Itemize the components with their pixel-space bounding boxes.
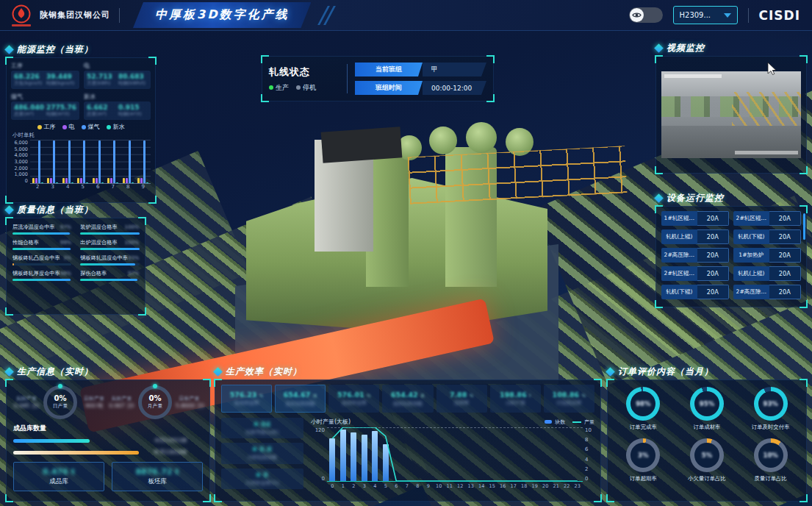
y-tick-label: 6,000 (14, 140, 28, 146)
energy-value-col: 52.713 万度(kWh) (87, 73, 116, 87)
x-tick-label: 15 (487, 483, 498, 489)
x-tick-label: 14 (476, 483, 487, 489)
legend-item: 煤气 (82, 123, 100, 131)
energy-value: 80.683 (118, 73, 148, 80)
x-tick-label: 22 (561, 483, 572, 489)
efficiency-stat-value: 654.67 块 (284, 391, 317, 399)
gauge-actual-label: 实际产量 (109, 395, 134, 402)
store-label: 板坯库 (148, 477, 167, 486)
gauge-target-label: 目标产量 (81, 395, 107, 402)
legend-label: 新水 (113, 123, 125, 131)
efficiency-stat-box: 654.67 块 当天轧制块数 (275, 385, 326, 413)
energy-legend: 工序 电 煤气 新水 (11, 123, 151, 131)
equipment-row[interactable]: 轧机(上辊) 20A (661, 229, 729, 244)
video-feed[interactable] (661, 71, 801, 158)
efficiency-stat-box: 198.86 t 小时产量 (490, 385, 541, 413)
shift-info-label: 班组时间 (355, 81, 423, 95)
order-donuts: 98% 订单完成率 95% 订单成材率 93% 订单及时交付率 3% 订单超期率… (613, 387, 801, 482)
energy-bar-group (121, 140, 136, 183)
camera-select-value: H2309... (680, 11, 718, 19)
donut-label: 订单完成率 (630, 424, 657, 431)
y-tick-label: 120 (315, 427, 325, 433)
energy-panel-title: 能源监控（当班） (17, 43, 93, 56)
quality-bar-track (80, 263, 139, 266)
legend-item: 新水 (107, 123, 125, 131)
x-tick-label: 20 (540, 483, 551, 489)
equipment-row[interactable]: 轧机(上辊) 20A (733, 266, 801, 281)
y-tick-label: 10 (585, 427, 592, 433)
equipment-row[interactable]: 2#轧区辊… 20A (661, 266, 729, 281)
legend-label: 电 (69, 123, 75, 131)
energy-bar-group (90, 140, 106, 183)
quality-metric-value: 100% (124, 240, 139, 246)
donut-ring: 95% (690, 387, 724, 421)
equipment-current-value: 20A (697, 229, 729, 244)
gauge-percent: 0% (54, 395, 67, 402)
quality-bar-track (12, 279, 71, 281)
x-tick-label: 3 (359, 483, 370, 489)
store-boxes: 0.476 t 成品库 8876.72 t 板坯库 (13, 462, 203, 491)
quality-bar-track (80, 279, 139, 281)
gauge-target-value: 900 吨 (81, 402, 107, 410)
energy-panel: 能源监控（当班） 工序 68.226 万焦(kgce/t) 39.449 吨钢(… (6, 43, 156, 203)
energy-value: 68.226 (14, 73, 44, 80)
legend-dot (82, 125, 86, 129)
energy-chart: 6,0005,0004,0003,0002,0001,0000 (11, 140, 151, 184)
quality-bar-track (80, 232, 139, 235)
energy-group-values: 486.040 总量(m³) 2775.76 吨钢(m³/t) (11, 101, 79, 120)
stock-bars: 今日12011块 昨天13018块 (13, 437, 203, 456)
company-logo (12, 4, 31, 26)
equipment-row[interactable]: 轧机(下辊) 20A (733, 229, 801, 244)
equipment-row[interactable]: 2#高压除… 20A (733, 285, 801, 299)
quality-bar-fill (80, 232, 139, 235)
x-tick-label: 13 (466, 483, 477, 489)
x-tick-label: 8 (121, 184, 136, 190)
quality-panel: 质量信息（当班） 层流冷温度命中率 97% 装炉温度合格率 100% 性能合格率… (6, 203, 145, 315)
x-tick-label: 0 (327, 483, 338, 489)
equipment-scrollbar[interactable] (803, 213, 805, 240)
equipment-row[interactable]: 2#轧区辊… 20A (733, 211, 801, 226)
quality-metric-value: 97% (128, 271, 140, 277)
energy-unit: 万度(kWh) (87, 80, 116, 87)
legend-label: 煤气 (88, 123, 100, 131)
x-tick-label: 9 (136, 184, 151, 190)
gauge-actual: 实际产量 0.967 万t (109, 395, 134, 410)
equipment-row[interactable]: 1#轧区辊… 20A (661, 211, 729, 226)
efficiency-stat-value: 576.01 % (337, 391, 371, 399)
equipment-panel: 设备运行监控 1#轧区辊… 20A 2#轧区辊… 20A 轧机(上辊) 20A … (655, 191, 807, 307)
equipment-row[interactable]: 1#加热炉 20A (733, 248, 801, 263)
quality-bar-fill (12, 248, 71, 250)
x-tick-label: 11 (445, 483, 456, 489)
camera-select-dropdown[interactable]: H2309... (673, 6, 738, 24)
production-gauges: 实际产量 0.045 万t 0% 日产量 目标产量 900 吨 实际产量 0.9… (13, 385, 203, 419)
diamond-icon (654, 193, 664, 203)
y-tick-label: 0 (322, 476, 325, 482)
energy-panel-title-row: 能源监控（当班） (6, 43, 156, 56)
energy-chart-y-axis: 6,0005,0004,0003,0002,0001,0000 (11, 140, 30, 184)
equipment-name: 轧机(上辊) (733, 266, 769, 281)
flame-logo-icon (12, 4, 31, 24)
divider (119, 8, 120, 23)
x-tick-label: 7 (402, 483, 413, 489)
equipment-current-value: 20A (769, 266, 801, 281)
x-tick-label: 4 (370, 483, 381, 489)
production-gauge: 实际产量 0.967 万t 0% 月产量 目标产量 5.8000 万t (109, 385, 203, 419)
y-tick-label: 6 (585, 446, 588, 452)
gauge-ring: 0% 月产量 (138, 385, 172, 419)
efficiency-stat-value: 654.42 块 (391, 391, 425, 399)
gauge-actual: 实际产量 0.045 万t (13, 395, 40, 410)
production-panel-body: 实际产量 0.045 万t 0% 日产量 目标产量 900 吨 实际产量 0.9… (6, 380, 210, 502)
equipment-name: 2#高压除… (661, 248, 697, 263)
shift-info-value: 00:00-12:00 (423, 81, 486, 95)
energy-chart-plot (30, 140, 151, 184)
quality-metric-value: 100% (124, 224, 139, 230)
efficiency-stat-value: 198.86 t (500, 391, 531, 399)
stock-bar-track (13, 439, 150, 443)
x-tick-label: 6 (90, 184, 106, 190)
equipment-row[interactable]: 2#高压除… 20A (661, 248, 729, 263)
energy-unit: 总量(m³) (87, 111, 116, 118)
energy-value-col: 486.040 总量(m³) (14, 104, 44, 118)
energy-value-col: 39.449 吨钢(kgce/t) (46, 73, 76, 87)
visibility-toggle[interactable] (629, 7, 663, 23)
equipment-row[interactable]: 轧机(下辊) 20A (661, 285, 729, 299)
